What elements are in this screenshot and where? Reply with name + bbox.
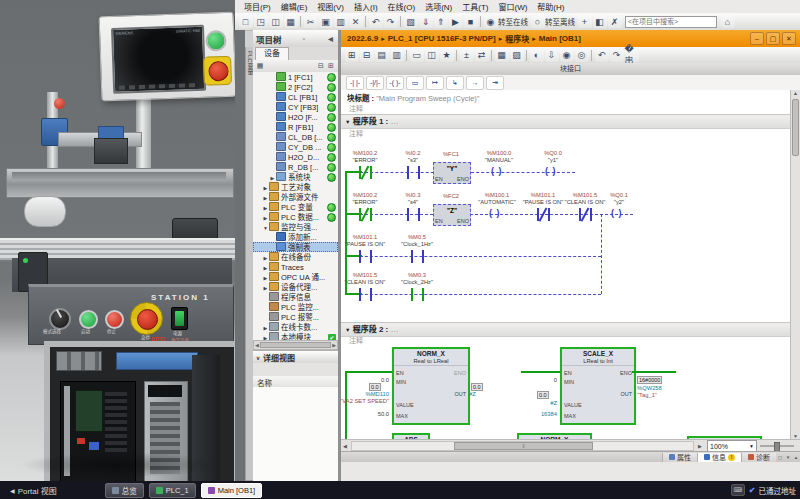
ladder-operand-label[interactable]: %I0.3"s4" [406,192,421,205]
split-editor-icon[interactable]: ◧ [593,15,607,28]
favorite-open-branch[interactable]: ↦ [426,76,444,90]
tree-item-cl-fb1-[interactable]: CL [FB1] [253,92,338,102]
menu-help[interactable]: 帮助(H) [532,1,569,12]
network-1-header[interactable]: ▼ 程序段 1 : … [341,114,791,129]
tab-devices[interactable]: 设备 [255,47,289,60]
collapse-panel-icon[interactable]: ▾ [784,454,792,460]
norm-max-operand[interactable]: 50.0 [349,411,389,418]
editor-vscrollbar[interactable]: ▲▼ [790,90,800,440]
diagnostics-icon[interactable]: + [578,15,592,28]
close-editor-icon[interactable]: ✕ [782,32,796,45]
tree-scroll-left-icon[interactable]: ◀ [255,342,259,348]
ladder-coil[interactable]: ( ) [611,208,623,218]
open-all-networks-icon[interactable]: ▤ [375,49,389,62]
tree-expand-icon[interactable]: ▶ [262,203,269,212]
scroll-right-icon[interactable]: ▶ [696,443,704,449]
menu-project[interactable]: 项目(P) [239,1,276,12]
toggle-network-comments-icon[interactable]: ◫ [425,49,439,62]
close-all-networks-icon[interactable]: ▥ [390,49,404,62]
norm-out-tag[interactable]: #Z [469,391,489,398]
next-error-icon[interactable]: ↷ [610,49,624,62]
tree-item--[interactable]: ▶外部源文件 [253,192,338,202]
ladder-operand-label[interactable]: %Q0.1"y2" [610,192,628,205]
hscroll-thumb[interactable]: ‖ [454,442,592,450]
tree-item-cy-fb3-[interactable]: CY [FB3] [253,102,338,112]
tree-item--[interactable]: ▶在线卡数... [253,322,338,332]
float-panel-icon[interactable]: ◻ [776,454,784,460]
taskbar-plc1-button[interactable]: PLC_1 [149,483,196,498]
tree-expand-icon[interactable]: ▶ [262,333,269,340]
tree-item-traces[interactable]: ▶Traces [253,262,338,272]
menu-insert[interactable]: 插入(I) [349,1,383,12]
maximize-editor-icon[interactable]: ▢ [766,32,780,45]
tree-expand-icon[interactable]: ▶ [269,173,276,182]
home-icon[interactable]: ⌂ [721,15,735,28]
editor-hscrollbar[interactable]: ‖ [351,441,694,451]
insert-row-icon[interactable]: ▦ [495,49,509,62]
favorite-empty-box[interactable]: ▭ [406,76,424,90]
menu-view[interactable]: 视图(V) [312,1,349,12]
scale-out-tagname[interactable]: "Tag_1" [637,392,671,399]
compile-icon[interactable]: ▧ [404,15,418,28]
tree-expand-icon[interactable]: ▶ [262,193,269,202]
ladder-operand-label[interactable]: %M101.5"CLEAN IS ON" [345,272,386,285]
download-to-device-icon[interactable]: ⇓ [419,15,433,28]
chevron-down-icon[interactable]: ▼ [345,327,350,333]
network-1-comment[interactable]: 注释 [349,128,363,138]
modify-value-icon[interactable]: ◎ [575,49,589,62]
tree-item--[interactable]: ▼监控与强... [253,222,338,232]
menu-window[interactable]: 窗口(W) [493,1,532,12]
scroll-left-icon[interactable]: ◀ [341,443,349,449]
ladder-canvas[interactable]: 块标题 : "Main Program Sweep (Cycle)" 注释 ▼ … [341,90,791,440]
zoom-slider[interactable] [760,445,794,447]
save-project-icon[interactable]: ◫ [269,15,283,28]
collapse-panel-icon[interactable]: ◀ [326,35,335,42]
tree-expand-icon[interactable]: ▶ [262,283,269,292]
tree-item--[interactable]: ▶在线备份 [253,252,338,262]
tree-item-h2o_d-[interactable]: H2O_D... [253,152,338,162]
pin-panel-icon[interactable]: ▫ [299,36,308,42]
ladder-no-contact[interactable] [411,288,424,301]
tree-item-1-fc1-[interactable]: 1 [FC1] [253,72,338,82]
scale-max-operand[interactable]: 16384 [517,411,557,418]
copy-icon[interactable]: ▣ [319,15,333,28]
minimize-editor-icon[interactable]: – [750,32,764,45]
tree-expand-icon[interactable]: ▶ [262,253,269,262]
tree-item--[interactable]: ▶本地模块✔ [253,332,338,340]
start-cpu-icon[interactable]: ▶ [449,15,463,28]
download-block-icon[interactable]: ⇩ [545,49,559,62]
open-project-icon[interactable]: ◳ [254,15,268,28]
ladder-operand-label[interactable]: %M100.2"ERROR" [352,192,377,205]
tree-item-h2o-f-[interactable]: H2O [F... [253,112,338,122]
ladder-operand-label[interactable]: %I0.2"s3" [406,150,421,163]
tree-item-2-fc2-[interactable]: 2 [FC2] [253,82,338,92]
print-icon[interactable]: ▦ [284,15,298,28]
scale-min-operand[interactable]: 0 [517,377,557,384]
tree-item-plc-[interactable]: ▶PLC 数据... [253,212,338,222]
ladder-no-contact[interactable] [411,250,424,263]
block-title-row[interactable]: 块标题 : "Main Program Sweep (Cycle)" [347,92,479,103]
new-project-icon[interactable]: □ [239,15,253,28]
upload-from-device-icon[interactable]: ⇑ [434,15,448,28]
ladder-call-box[interactable]: "Z"ENENO [433,204,471,226]
favorite-contact-no[interactable]: -| |- [346,76,364,90]
vscroll-thumb[interactable] [792,99,799,156]
tab-properties[interactable]: 属性 [662,453,697,462]
search-input[interactable] [625,16,717,28]
ladder-operand-label[interactable]: %M100.1"AUTOMATIC" [478,192,516,205]
go-offline-icon[interactable]: ○ [531,15,545,28]
menu-options[interactable]: 选项(N) [420,1,457,12]
expand-all-icon[interactable]: ⊞ [326,62,336,70]
tree-scroll-right-icon[interactable]: ▶ [332,342,336,348]
delete-icon[interactable]: ✕ [349,15,363,28]
ladder-operand-label[interactable]: %M0.5"Clock_1Hz" [401,234,433,247]
block-comment[interactable]: 注释 [349,103,363,113]
menu-online[interactable]: 在线(O) [383,1,421,12]
delete-row-icon[interactable]: ▨ [510,49,524,62]
ladder-coil[interactable]: ( ) [489,208,501,218]
norm-value-address[interactable]: %MD110 [341,391,389,398]
scale-x-box[interactable]: SCALE_X LReal to Int EN ENO MIN VALUE MA… [560,347,636,425]
tree-item-opc-ua-[interactable]: ▶OPC UA 通... [253,272,338,282]
paste-icon[interactable]: ▥ [334,15,348,28]
ladder-no-contact[interactable] [359,250,372,263]
